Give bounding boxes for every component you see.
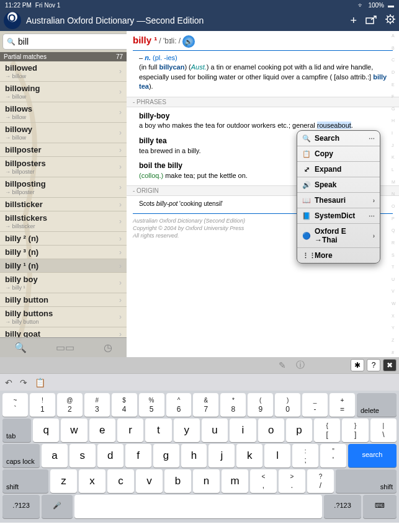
key-shift-right[interactable]: shift <box>336 469 397 493</box>
key-s[interactable]: s <box>69 444 96 468</box>
key-search[interactable]: search <box>348 444 397 468</box>
key-m[interactable]: m <box>222 469 248 493</box>
word-item[interactable]: billowed→ billow› <box>0 61 127 82</box>
word-item[interactable]: billposting→ billposter› <box>0 177 127 198</box>
key-.[interactable]: >. <box>279 469 305 493</box>
paste-icon[interactable]: 📋 <box>35 378 45 388</box>
alpha-T[interactable]: T <box>392 265 398 269</box>
key-shift-left[interactable]: shift <box>2 469 48 493</box>
word-item[interactable]: billy button› <box>0 293 127 307</box>
key-h[interactable]: h <box>181 444 207 468</box>
menu-item-more[interactable]: ⋮⋮More <box>297 248 380 263</box>
key-4[interactable]: $4 <box>112 393 137 417</box>
key-2[interactable]: @2 <box>57 393 83 417</box>
alpha-A[interactable]: A <box>392 33 398 38</box>
alpha-N[interactable]: N <box>392 192 398 196</box>
key-9[interactable]: (9 <box>248 393 273 417</box>
menu-item-speak[interactable]: 🔊Speak <box>297 177 380 193</box>
key-z[interactable]: z <box>50 469 77 493</box>
add-icon[interactable]: + <box>350 14 357 27</box>
word-item[interactable]: billy goat› <box>0 327 127 337</box>
key-r[interactable]: r <box>117 419 143 442</box>
key-j[interactable]: j <box>208 444 235 468</box>
close-button[interactable]: ✖ <box>383 359 397 371</box>
key-=[interactable]: += <box>330 393 355 417</box>
alpha-F[interactable]: F <box>392 94 398 99</box>
key--[interactable]: _- <box>302 393 328 417</box>
alpha-P[interactable]: P <box>392 216 398 221</box>
alpha-S[interactable]: S <box>392 253 398 257</box>
app-logo[interactable] <box>4 12 21 29</box>
redo-icon[interactable]: ↷ <box>20 378 27 388</box>
key-3[interactable]: #3 <box>84 393 110 417</box>
alpha-J[interactable]: J <box>392 143 398 148</box>
word-item[interactable]: billowy→ billow› <box>0 123 127 143</box>
key-u[interactable]: u <box>202 419 228 442</box>
alpha-K[interactable]: K <box>392 155 398 159</box>
word-item[interactable]: billy ³ (n)› <box>0 246 127 259</box>
word-item[interactable]: billy ¹ (n)› <box>0 259 127 273</box>
settings-icon[interactable] <box>385 14 395 27</box>
help-button[interactable]: ? <box>367 359 380 371</box>
edit-icon[interactable]: ✎ <box>275 360 290 370</box>
key-delete[interactable]: delete <box>357 393 397 417</box>
menu-item-expand[interactable]: ⤢Expand <box>297 162 380 177</box>
key-b[interactable]: b <box>164 469 191 493</box>
word-list[interactable]: billowed→ billow›billowing→ billow›billo… <box>0 61 127 337</box>
star-button[interactable]: ✱ <box>351 359 364 371</box>
key-f[interactable]: f <box>125 444 151 468</box>
alpha-R[interactable]: R <box>392 241 398 245</box>
word-item[interactable]: billposters→ billposter› <box>0 157 127 177</box>
word-item[interactable]: billposter› <box>0 143 127 157</box>
alpha-M[interactable]: M <box>392 180 398 184</box>
search-field-wrap[interactable]: 🔍 ✕ <box>2 33 141 50</box>
key-q[interactable]: q <box>33 419 59 442</box>
word-item[interactable]: billstickers→ billsticker› <box>0 211 127 232</box>
key-`[interactable]: ~` <box>2 393 28 417</box>
key-5[interactable]: %5 <box>139 393 164 417</box>
word-item[interactable]: billy buttons→ billy button› <box>0 307 127 327</box>
word-item[interactable]: billsticker› <box>0 198 127 211</box>
key-tab[interactable]: tab <box>2 419 31 442</box>
key-;[interactable]: :; <box>292 444 318 468</box>
key-p[interactable]: p <box>286 419 312 442</box>
word-item[interactable]: billy ² (n)› <box>0 232 127 246</box>
alphabet-index[interactable]: ABCDEFGHIJKLMNOPQRSTUVWXYZ# <box>392 33 398 355</box>
search-input[interactable] <box>18 37 127 47</box>
key-i[interactable]: i <box>230 419 256 442</box>
undo-icon[interactable]: ↶ <box>5 378 12 388</box>
key-c[interactable]: c <box>107 469 134 493</box>
alpha-V[interactable]: V <box>392 289 398 293</box>
key-o[interactable]: o <box>258 419 284 442</box>
key-a[interactable]: a <box>42 444 68 468</box>
key-e[interactable]: e <box>89 419 115 442</box>
alpha-X[interactable]: X <box>392 314 398 318</box>
key-w[interactable]: w <box>61 419 87 442</box>
key-k[interactable]: k <box>236 444 262 468</box>
key-,[interactable]: <, <box>250 469 277 493</box>
menu-item-search[interactable]: 🔍Search⋯ <box>297 131 380 146</box>
alpha-I[interactable]: I <box>392 131 398 135</box>
alpha-C[interactable]: C <box>392 58 398 62</box>
alpha-#[interactable]: # <box>392 350 398 355</box>
tab-search-icon[interactable]: 🔍 <box>14 342 27 353</box>
xref-billycan[interactable]: billycan <box>159 63 184 71</box>
key-][interactable]: }] <box>342 419 368 442</box>
key-n[interactable]: n <box>193 469 220 493</box>
menu-item-oxford-e-thai[interactable]: 🔵Oxford E →Thai› <box>297 224 380 248</box>
word-item[interactable]: billows→ billow› <box>0 102 127 123</box>
key-6[interactable]: ^6 <box>166 393 192 417</box>
menu-item-systemdict[interactable]: 📘SystemDict⋯ <box>297 208 380 224</box>
key-/[interactable]: ?/ <box>307 469 334 493</box>
alpha-H[interactable]: H <box>392 118 398 123</box>
alpha-D[interactable]: D <box>392 70 398 74</box>
key-v[interactable]: v <box>136 469 163 493</box>
key-numbers-left[interactable]: .?123 <box>2 495 40 518</box>
tab-history-icon[interactable]: ◷ <box>104 342 112 353</box>
menu-item-copy[interactable]: 📋Copy <box>297 146 380 162</box>
key-[[interactable]: {[ <box>314 419 340 442</box>
key-g[interactable]: g <box>153 444 179 468</box>
key-y[interactable]: y <box>174 419 200 442</box>
info-icon[interactable]: ⓘ <box>292 360 308 371</box>
alpha-Q[interactable]: Q <box>392 228 398 233</box>
